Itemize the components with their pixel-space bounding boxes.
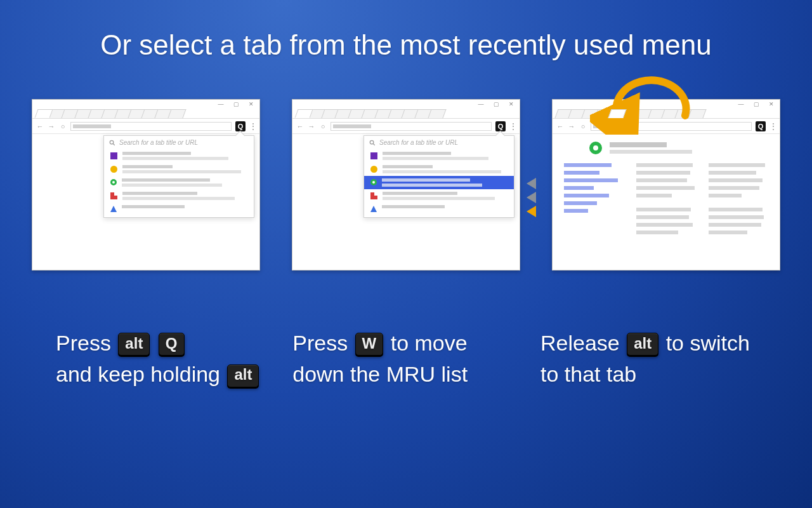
favicon-ell-icon (110, 192, 117, 199)
browser-mock-1: — ▢ ✕ ← → ○ Q ⋮ Sear (32, 99, 260, 271)
forward-icon: → (48, 123, 55, 130)
arrow-icon (527, 178, 536, 189)
list-item (104, 149, 254, 163)
list-item-selected (364, 176, 514, 189)
extension-icon: Q (235, 121, 246, 131)
favicon-circle-icon (110, 166, 117, 173)
list-item (364, 149, 514, 163)
page-content (553, 134, 780, 242)
list-item (104, 176, 254, 189)
svg-point-0 (110, 140, 114, 144)
key-alt: alt (227, 364, 259, 387)
list-item (104, 203, 254, 215)
browser-tab (294, 109, 313, 118)
list-item (104, 163, 254, 176)
menu-icon: ⋮ (509, 122, 516, 131)
address-bar (331, 122, 492, 131)
list-item (364, 189, 514, 203)
close-icon: ✕ (768, 101, 775, 107)
reload-icon: ○ (579, 123, 587, 130)
key-q: Q (159, 333, 185, 356)
back-icon: ← (556, 123, 564, 130)
list-item (364, 203, 514, 215)
browser-tab-active (608, 109, 626, 118)
extension-icon: Q (756, 121, 766, 131)
maximize-icon: ▢ (753, 101, 759, 107)
svg-line-3 (373, 144, 375, 145)
favicon-square-icon (370, 152, 377, 159)
browser-mock-2: — ▢ ✕ ← → ○ Q ⋮ Sear (292, 99, 520, 271)
favicon-circle-icon (370, 166, 377, 173)
nav-toolbar: ← → ○ Q ⋮ (32, 119, 259, 134)
arrow-highlighted-icon (527, 206, 536, 217)
page-heading: Or select a tab from the most recently u… (0, 0, 812, 61)
menu-icon: ⋮ (249, 122, 256, 131)
mru-popup: Search for a tab title or URL (363, 135, 514, 218)
favicon-square-icon (110, 152, 117, 159)
curved-arrow-icon (590, 71, 704, 135)
window-controls: — ▢ ✕ (292, 100, 520, 109)
search-icon (369, 140, 376, 146)
back-icon: ← (36, 123, 44, 130)
search-icon (109, 140, 115, 146)
forward-icon: → (568, 123, 575, 130)
maximize-icon: ▢ (233, 101, 239, 107)
extension-icon: Q (495, 121, 506, 131)
arrow-icon (527, 192, 536, 203)
close-icon: ✕ (248, 101, 254, 107)
key-alt: alt (118, 333, 150, 356)
caption-1: Press alt Q and keep holding alt (56, 328, 260, 391)
captions-row: Press alt Q and keep holding alt Press W… (0, 328, 812, 391)
browser-tab (428, 109, 446, 118)
minimize-icon: — (478, 101, 484, 107)
caption-3: Release alt to switch to that tab (540, 328, 756, 391)
selection-arrows (527, 178, 536, 217)
address-bar (70, 122, 232, 131)
sidebar-col (564, 163, 624, 234)
svg-line-1 (113, 144, 115, 145)
reload-icon: ○ (319, 123, 327, 130)
maximize-icon: ▢ (493, 101, 499, 107)
content-col (709, 163, 768, 234)
close-icon: ✕ (508, 101, 514, 107)
caption-2: Press W to move down the MRU list (292, 328, 508, 391)
browser-tab (167, 109, 186, 118)
mru-popup: Search for a tab title or URL (103, 135, 254, 218)
window-controls: — ▢ ✕ (32, 100, 259, 109)
svg-point-2 (370, 140, 374, 144)
menu-icon: ⋮ (769, 122, 776, 131)
search-placeholder: Search for a tab title or URL (119, 139, 198, 146)
search-placeholder: Search for a tab title or URL (379, 139, 458, 146)
minimize-icon: — (738, 101, 744, 107)
reload-icon: ○ (59, 123, 67, 130)
minimize-icon: — (218, 101, 224, 107)
search-row: Search for a tab title or URL (104, 136, 254, 149)
forward-icon: → (308, 123, 315, 130)
favicon-ring-icon (370, 179, 377, 185)
key-w: W (355, 333, 384, 356)
key-alt: alt (627, 333, 658, 356)
list-item (104, 189, 254, 203)
browser-tab (34, 109, 53, 118)
search-row: Search for a tab title or URL (364, 136, 514, 149)
back-icon: ← (296, 123, 304, 130)
content-col (636, 163, 696, 234)
tab-strip (32, 109, 259, 119)
favicon-triangle-icon (370, 206, 377, 212)
favicon-ell-icon (370, 192, 377, 199)
favicon-ring-icon (110, 179, 117, 185)
list-item (364, 163, 514, 176)
nav-toolbar: ← → ○ Q ⋮ (292, 119, 520, 134)
favicon-triangle-icon (110, 206, 117, 212)
hero-ring-icon (589, 142, 602, 154)
tab-strip (292, 109, 520, 119)
page-hero (589, 142, 768, 154)
